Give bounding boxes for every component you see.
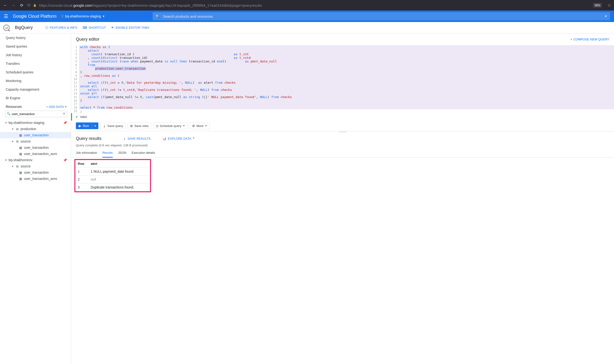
tab-job-information[interactable]: Job information	[76, 149, 97, 157]
resources-label: Resources	[6, 105, 22, 109]
sidebar: Query history Saved queries Job history …	[0, 34, 71, 364]
tree-dataset-source-2[interactable]: ▼⊞source	[0, 163, 71, 169]
chevron-down-icon: ▼	[193, 137, 195, 140]
chart-icon: 📊	[162, 137, 166, 140]
back-button[interactable]: ←	[3, 3, 8, 7]
table-icon: ▦	[19, 133, 23, 137]
enable-tabs-button[interactable]: 👁ENABLE EDITOR TABS	[111, 26, 149, 29]
dataset-icon: ⊞	[15, 165, 19, 168]
results-table: Row alert 11 NULL payment_date found 2nu…	[75, 160, 150, 191]
tree-project-1[interactable]: ▼bq-shakhomirov-staging📌	[0, 120, 71, 126]
tree-table-user-transaction[interactable]: ▦user_transaction	[0, 132, 71, 138]
project-name: bq-shakhomirov-staging	[65, 14, 101, 18]
chevron-down-icon: ▼	[5, 159, 7, 161]
run-button[interactable]: ▶Run	[76, 122, 92, 129]
gcp-top-bar: ☰ Google Cloud Platform ⠿ bq-shakhomirov…	[0, 11, 614, 22]
table-row: 2null	[75, 176, 150, 183]
tree-dataset-production[interactable]: ▼⊞production	[0, 126, 71, 132]
compose-new-query-button[interactable]: +COMPOSE NEW QUERY	[570, 38, 609, 41]
validation-bar: ✔ Valid.	[71, 113, 614, 120]
table-row: 11 NULL payment_date found	[75, 168, 150, 176]
clear-icon[interactable]: ✕	[63, 112, 66, 116]
page-title: BigQuery	[15, 25, 33, 30]
features-info-button[interactable]: ⓘFEATURES & INFO	[45, 26, 77, 30]
gcp-logo[interactable]: Google Cloud Platform	[13, 14, 56, 19]
pin-icon[interactable]: 📌	[63, 121, 67, 125]
sidebar-item-job-history[interactable]: Job history	[0, 51, 71, 59]
download-icon: ⭳	[103, 124, 106, 128]
query-toolbar: ▶Run ▼ ⭳Save query ⊞Save view ◷Schedule …	[71, 120, 614, 131]
chevron-down-icon: ▼	[65, 105, 67, 108]
tree-table-user-transaction-2[interactable]: ▦user_transaction	[0, 144, 71, 151]
dataset-icon: ⊞	[15, 140, 19, 143]
query-results-title: Query results	[76, 136, 101, 141]
play-icon: ▶	[79, 124, 81, 128]
chevron-down-icon: ▼	[604, 14, 607, 18]
resource-search: 🔍 ✕	[5, 111, 67, 117]
sidebar-item-query-history[interactable]: Query history	[0, 34, 71, 42]
tree-dataset-source-1[interactable]: ▼⊞source	[0, 138, 71, 144]
save-query-button[interactable]: ⭳Save query	[100, 123, 126, 129]
more-button[interactable]: ⚙More ▼	[189, 123, 210, 129]
sidebar-item-scheduled-queries[interactable]: Scheduled queries	[0, 68, 71, 77]
save-view-button[interactable]: ⊞Save view	[128, 123, 151, 129]
tab-json[interactable]: JSON	[118, 149, 126, 157]
check-circle-icon: ✔	[75, 115, 78, 119]
add-data-button[interactable]: +ADD DATA▼	[46, 105, 67, 109]
table-row: 3Duplicate transactions found;	[75, 183, 150, 191]
run-dropdown[interactable]: ▼	[92, 122, 98, 129]
browser-toolbar: ← → ⟳ 🛡 🔒 https://console.cloud.google.c…	[0, 0, 614, 11]
url-text: https://console.cloud.google.com/bigquer…	[39, 3, 262, 7]
clock-icon: ◷	[156, 124, 158, 128]
col-alert: alert	[88, 160, 143, 168]
url-bar[interactable]: 🛡 🔒 https://console.cloud.google.com/big…	[27, 3, 590, 7]
search-icon: 🔍	[7, 112, 11, 116]
sidebar-item-saved-queries[interactable]: Saved queries	[0, 42, 71, 51]
shortcut-button[interactable]: ⌨SHORTCUT	[82, 26, 106, 29]
tab-execution-details[interactable]: Execution details	[132, 149, 155, 157]
dataset-icon: ⊞	[15, 127, 19, 131]
resource-search-input[interactable]	[5, 111, 67, 117]
sidebar-item-monitoring[interactable]: Monitoring	[0, 77, 71, 85]
content-area: Query editor +COMPOSE NEW QUERY 1with ch…	[71, 34, 614, 364]
tree-table-user-transaction-avro-2[interactable]: ▦user_transaction_avro	[0, 176, 71, 182]
col-row: Row	[75, 160, 88, 168]
plus-icon: +	[570, 38, 572, 41]
validation-text: Valid.	[80, 115, 88, 119]
tree-table-user-transaction-3[interactable]: ▦user_transaction	[0, 169, 71, 176]
sidebar-item-capacity[interactable]: Capacity management	[0, 85, 71, 94]
tree-project-2[interactable]: ▼bq-shakhomirov📌	[0, 157, 71, 163]
sql-editor[interactable]: 1with checks as ( 2 select 3 count( tran…	[71, 45, 614, 113]
chevron-down-icon: ▼	[12, 140, 14, 143]
gear-icon: ⚙	[192, 124, 195, 128]
tree-table-user-transaction-avro[interactable]: ▦user_transaction_avro	[0, 151, 71, 157]
sidebar-item-bi-engine[interactable]: BI Engine	[0, 94, 71, 102]
forward-button[interactable]: →	[11, 3, 16, 7]
info-icon: ⓘ	[45, 26, 48, 30]
schedule-query-button[interactable]: ◷Schedule query ▼	[153, 123, 187, 129]
keyboard-icon: ⌨	[82, 26, 87, 29]
eye-icon: 👁	[111, 26, 114, 29]
sidebar-item-transfers[interactable]: Transfers	[0, 59, 71, 68]
reload-button[interactable]: ⟳	[19, 3, 24, 8]
bookmark-star-icon[interactable]: ☆	[607, 3, 611, 8]
explore-data-button[interactable]: 📊EXPLORE DATA ▼	[162, 137, 195, 140]
search-box[interactable]: 🔍 Search products and resources ▼	[153, 12, 610, 20]
results-tabs: Job information Results JSON Execution d…	[71, 149, 614, 158]
grid-icon: ⊞	[130, 124, 133, 128]
project-picker[interactable]: ⠿ bq-shakhomirov-staging ▼	[61, 14, 105, 18]
tab-results[interactable]: Results	[102, 149, 113, 158]
search-icon: 🔍	[156, 14, 160, 18]
chevron-down-icon: ▼	[12, 128, 14, 130]
chevron-down-icon: ▼	[183, 125, 185, 127]
results-table-highlight: Row alert 11 NULL payment_date found 2nu…	[74, 159, 151, 192]
zoom-badge[interactable]: 90%	[593, 3, 601, 7]
lock-icon: 🔒	[33, 4, 37, 7]
query-editor-title: Query editor	[76, 37, 570, 42]
resize-handle[interactable]	[71, 131, 614, 133]
save-results-button[interactable]: ⭳SAVE RESULTS	[123, 137, 150, 140]
hamburger-menu-icon[interactable]: ☰	[4, 13, 8, 19]
pin-icon[interactable]: 📌	[63, 158, 67, 162]
shield-icon: 🛡	[27, 3, 31, 7]
download-icon: ⭳	[123, 137, 126, 140]
